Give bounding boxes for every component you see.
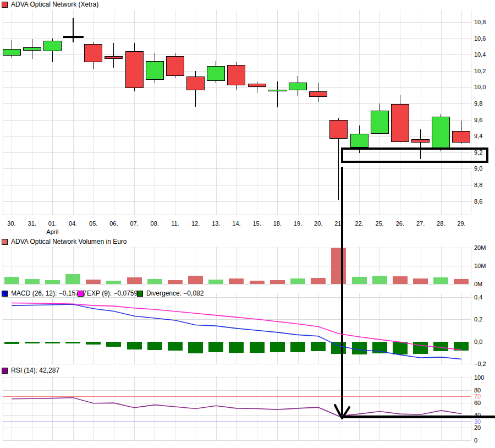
y-axis-tick-label: 10,2 [474,68,486,74]
volume-bar [25,279,40,284]
x-axis-date-label: 13. [206,220,226,227]
doji-candle [63,36,84,38]
gridline-horizontal [3,428,471,428]
candle-body [186,77,205,90]
gridline-vertical [318,10,319,215]
gridline-vertical [216,247,217,284]
volume-bar [352,277,367,284]
volume-bar [168,280,183,284]
gridline-vertical [400,376,400,440]
divergence-bar [352,342,367,355]
volume-bar [86,280,101,284]
gridline-horizontal [3,378,471,378]
price-panel-bottom-border [3,215,471,215]
gridline-vertical [421,10,421,215]
x-axis-date-label: 18. [267,220,287,227]
divergence-bar [413,342,428,354]
gridline-horizontal [3,403,471,403]
candle-body [309,91,327,97]
volume-bar [433,277,448,284]
gridline-vertical [134,293,135,364]
volume-bar [393,276,408,284]
gridline-vertical [12,293,12,364]
divergence-legend-icon [137,291,143,297]
gridline-vertical [134,10,135,215]
divergence-bar [250,342,265,353]
gridline-vertical [155,376,155,440]
candle-body [125,51,144,88]
gridline-horizontal [3,87,471,88]
gridline-vertical [32,293,32,364]
gridline-vertical [155,10,155,215]
x-axis-date-label: 07. [124,220,144,227]
price-legend-label: ADVA Optical Network (Xetra) [11,1,98,8]
y-axis-tick-label: 0,2 [474,316,482,323]
candle-body [248,84,266,87]
candle-body [84,44,102,62]
gridline-vertical [175,376,175,440]
volume-bar [250,281,265,284]
gridline-vertical [441,376,442,440]
x-axis-date-label: 26. [390,220,410,227]
gridline-vertical [196,10,196,215]
panel-border-left [3,10,3,215]
x-axis-date-label: 21. [329,220,349,227]
candle-body [43,41,62,51]
divergence-bar [290,342,305,353]
candle-body [166,56,184,76]
x-axis-date-label: 27. [411,220,431,227]
volume-bar [106,281,121,284]
divergence-bar [208,342,223,352]
gridline-vertical [216,293,217,364]
gridline-horizontal [3,364,471,364]
y-axis-tick-label: 70 [474,393,481,400]
divergence-bar [45,342,60,343]
volume-bar [413,278,428,284]
candle-wick [113,43,114,67]
gridline-vertical [359,10,360,215]
y-axis-tick-label: 9,8 [474,100,482,107]
x-axis-date-label: 31. [22,220,42,227]
x-axis-date-label: 22. [349,220,369,227]
gridline-vertical [257,10,257,215]
x-axis-month-label: April [42,228,62,235]
gridline-vertical [52,247,53,284]
gridline-vertical [94,293,94,364]
candle-wick [73,18,74,42]
candle-body [329,120,348,139]
divergence-bar [229,342,244,353]
y-axis-tick-label: 0 [474,437,477,444]
candle-body [227,65,245,85]
y-axis-tick-label: 10,8 [474,19,486,25]
volume-bar [65,274,80,284]
gridline-vertical [318,376,319,440]
gridline-vertical [237,10,237,215]
gridline-horizontal [3,440,471,441]
candle-body [105,56,123,58]
gridline-vertical [359,376,360,440]
gridline-vertical [298,293,299,364]
volume-bar [45,280,60,284]
y-axis-tick-label: 8,8 [474,182,482,188]
gridline-vertical [73,293,74,364]
divergence-bar [433,342,448,352]
gridline-vertical [277,10,278,215]
gridline-vertical [12,376,12,440]
gridline-vertical [461,10,462,215]
gridline-vertical [134,376,135,440]
panel-border-left [3,376,3,440]
gridline-vertical [52,293,53,364]
gridline-vertical [461,247,462,284]
gridline-vertical [257,376,257,440]
gridline-vertical [114,10,114,215]
gridline-vertical [94,10,94,215]
volume-bar [311,278,326,284]
gridline-vertical [257,293,257,364]
gridline-vertical [94,247,94,284]
x-axis-date-label: 20. [309,220,328,227]
gridline-vertical [175,247,175,284]
y-axis-tick-label: 10,4 [474,51,486,58]
gridline-horizontal [3,396,471,397]
divergence-bar [311,342,326,351]
gridline-horizontal [3,390,471,391]
